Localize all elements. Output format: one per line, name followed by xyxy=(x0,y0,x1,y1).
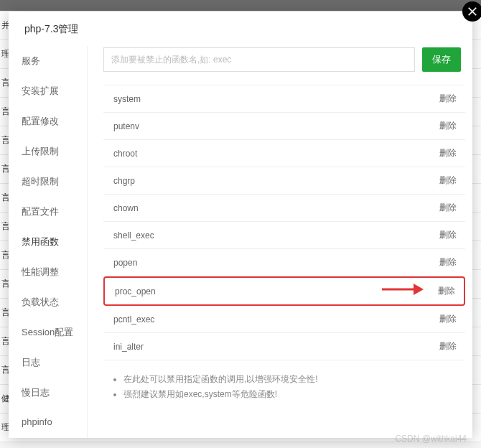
function-name: system xyxy=(113,94,141,104)
function-name: pcntl_exec xyxy=(113,314,154,325)
function-name: proc_open xyxy=(115,286,156,297)
function-row: chgrp删除 xyxy=(103,167,465,195)
function-name: popen xyxy=(113,258,137,268)
dialog-title: php-7.3管理 xyxy=(9,11,472,46)
function-row: pcntl_exec删除 xyxy=(103,306,465,333)
function-name-input[interactable] xyxy=(103,47,415,72)
delete-link[interactable]: 删除 xyxy=(439,313,457,325)
dialog-body: 服务安装扩展配置修改上传限制超时限制配置文件禁用函数性能调整负载状态Sessio… xyxy=(9,46,472,438)
close-icon xyxy=(467,6,477,17)
input-row: 保存 xyxy=(103,46,465,85)
function-row: chroot删除 xyxy=(103,140,465,167)
sidebar-item-8[interactable]: 负载状态 xyxy=(9,287,87,317)
delete-link[interactable]: 删除 xyxy=(439,202,457,214)
function-name: shell_exec xyxy=(113,230,154,241)
sidebar-item-6[interactable]: 禁用函数 xyxy=(9,227,87,257)
tips-list: 在此处可以禁用指定函数的调用,以增强环境安全性!强烈建议禁用如exec,syst… xyxy=(103,360,465,401)
sidebar-item-0[interactable]: 服务 xyxy=(9,46,87,76)
delete-link[interactable]: 删除 xyxy=(439,120,457,132)
function-row: chown删除 xyxy=(103,195,465,222)
sidebar-item-10[interactable]: 日志 xyxy=(9,347,87,378)
delete-link[interactable]: 删除 xyxy=(439,147,457,159)
sidebar-item-3[interactable]: 上传限制 xyxy=(9,136,87,167)
delete-link[interactable]: 删除 xyxy=(439,340,457,353)
function-name: putenv xyxy=(113,121,139,131)
function-row: ini_alter删除 xyxy=(103,333,465,360)
sidebar: 服务安装扩展配置修改上传限制超时限制配置文件禁用函数性能调整负载状态Sessio… xyxy=(9,46,88,438)
tip-item: 强烈建议禁用如exec,system等危险函数! xyxy=(123,388,465,401)
delete-link[interactable]: 删除 xyxy=(438,285,455,297)
function-list[interactable]: system删除putenv删除chroot删除chgrp删除chown删除sh… xyxy=(103,85,465,438)
sidebar-item-1[interactable]: 安装扩展 xyxy=(9,76,87,106)
function-name: chgrp xyxy=(113,176,135,186)
sidebar-item-11[interactable]: 慢日志 xyxy=(9,378,87,408)
function-row: shell_exec删除 xyxy=(103,222,465,249)
sidebar-item-9[interactable]: Session配置 xyxy=(9,317,87,347)
function-row: putenv删除 xyxy=(103,113,465,140)
sidebar-item-2[interactable]: 配置修改 xyxy=(9,106,87,136)
function-row: popen删除 xyxy=(103,249,465,276)
function-row: proc_open删除 xyxy=(103,276,465,306)
sidebar-item-4[interactable]: 超时限制 xyxy=(9,167,87,197)
main-panel: 保存 system删除putenv删除chroot删除chgrp删除chown删… xyxy=(88,46,472,438)
function-name: ini_alter xyxy=(113,342,144,352)
save-button[interactable]: 保存 xyxy=(422,47,461,72)
delete-link[interactable]: 删除 xyxy=(439,256,457,269)
tip-item: 在此处可以禁用指定函数的调用,以增强环境安全性! xyxy=(123,373,465,386)
sidebar-item-7[interactable]: 性能调整 xyxy=(9,257,87,287)
function-row: system删除 xyxy=(103,85,465,113)
close-button[interactable] xyxy=(462,1,481,22)
bg-row xyxy=(0,0,481,11)
php-manage-dialog: php-7.3管理 服务安装扩展配置修改上传限制超时限制配置文件禁用函数性能调整… xyxy=(9,11,472,438)
function-name: chown xyxy=(113,203,139,213)
sidebar-item-12[interactable]: phpinfo xyxy=(9,408,87,436)
delete-link[interactable]: 删除 xyxy=(439,229,457,241)
delete-link[interactable]: 删除 xyxy=(439,174,457,187)
sidebar-item-5[interactable]: 配置文件 xyxy=(9,197,87,227)
function-name: chroot xyxy=(113,149,137,159)
delete-link[interactable]: 删除 xyxy=(439,93,457,105)
